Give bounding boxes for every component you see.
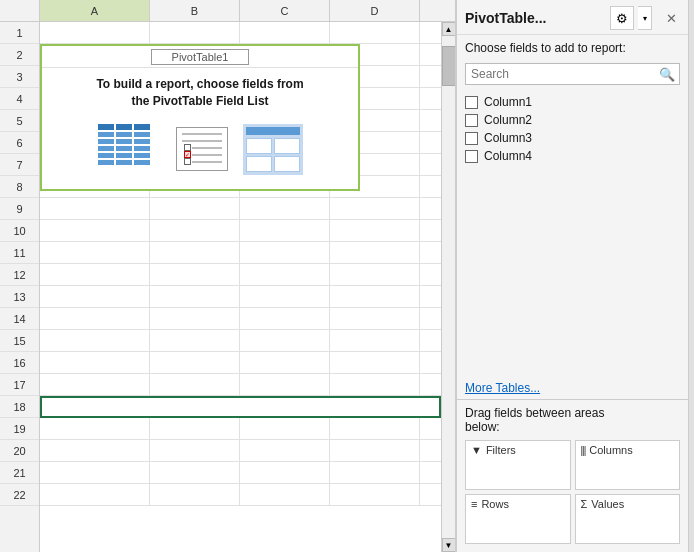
cell-c9[interactable] xyxy=(240,198,330,219)
cell-a14[interactable] xyxy=(40,308,150,329)
cell-c15[interactable] xyxy=(240,330,330,351)
field-checkbox-column2[interactable] xyxy=(465,114,478,127)
cell-a15[interactable] xyxy=(40,330,150,351)
cell-d20[interactable] xyxy=(330,440,420,461)
cell-a10[interactable] xyxy=(40,220,150,241)
cell-d22[interactable] xyxy=(330,484,420,505)
filters-area-header: ▼ Filters xyxy=(471,444,565,456)
cell-c11[interactable] xyxy=(240,242,330,263)
drag-fields-label: Drag fields between areasbelow: xyxy=(465,406,680,434)
field-checkbox-column3[interactable] xyxy=(465,132,478,145)
cell-a9[interactable] xyxy=(40,198,150,219)
cell-c16[interactable] xyxy=(240,352,330,373)
cell-a1[interactable] xyxy=(40,22,150,43)
values-area[interactable]: Σ Values xyxy=(575,494,681,544)
cell-c14[interactable] xyxy=(240,308,330,329)
cell-d15[interactable] xyxy=(330,330,420,351)
gear-button[interactable]: ⚙ xyxy=(610,6,634,30)
cell-a16[interactable] xyxy=(40,352,150,373)
grid-row-18 xyxy=(40,396,441,418)
cell-c13[interactable] xyxy=(240,286,330,307)
row-num-1: 1 xyxy=(0,22,39,44)
cell-d9[interactable] xyxy=(330,198,420,219)
cell-b10[interactable] xyxy=(150,220,240,241)
cell-d1[interactable] xyxy=(330,22,420,43)
row-num-14: 14 xyxy=(0,308,39,330)
scroll-down-button[interactable]: ▼ xyxy=(442,538,456,552)
cell-b22[interactable] xyxy=(150,484,240,505)
cell-c1[interactable] xyxy=(240,22,330,43)
cell-b15[interactable] xyxy=(150,330,240,351)
cell-c20[interactable] xyxy=(240,440,330,461)
cell-d21[interactable] xyxy=(330,462,420,483)
cell-d17[interactable] xyxy=(330,374,420,395)
cell-a18[interactable] xyxy=(42,398,152,416)
columns-area-header: ||| Columns xyxy=(581,444,675,456)
cell-a21[interactable] xyxy=(40,462,150,483)
search-input[interactable] xyxy=(466,64,655,84)
cell-d13[interactable] xyxy=(330,286,420,307)
gear-dropdown-button[interactable]: ▾ xyxy=(638,6,652,30)
grid-row-14 xyxy=(40,308,441,330)
fields-list: Column1 Column2 Column3 Column4 xyxy=(457,89,688,377)
close-button[interactable]: ✕ xyxy=(662,9,680,27)
cell-d18[interactable] xyxy=(332,398,422,416)
field-label-column4: Column4 xyxy=(484,149,532,163)
cell-a17[interactable] xyxy=(40,374,150,395)
cell-c17[interactable] xyxy=(240,374,330,395)
cell-a12[interactable] xyxy=(40,264,150,285)
cell-b19[interactable] xyxy=(150,418,240,439)
pivot-title-text: PivotTable1 xyxy=(172,51,229,63)
cell-d12[interactable] xyxy=(330,264,420,285)
cell-b17[interactable] xyxy=(150,374,240,395)
scroll-thumb[interactable] xyxy=(442,46,456,86)
cell-c19[interactable] xyxy=(240,418,330,439)
cell-c22[interactable] xyxy=(240,484,330,505)
columns-area[interactable]: ||| Columns xyxy=(575,440,681,490)
values-label: Values xyxy=(591,498,624,510)
cell-c12[interactable] xyxy=(240,264,330,285)
cell-b14[interactable] xyxy=(150,308,240,329)
cell-b13[interactable] xyxy=(150,286,240,307)
filters-area[interactable]: ▼ Filters xyxy=(465,440,571,490)
field-checkbox-column4[interactable] xyxy=(465,150,478,163)
cell-a20[interactable] xyxy=(40,440,150,461)
cell-b1[interactable] xyxy=(150,22,240,43)
pivot-table-overlay: PivotTable1 To build a report, choose fi… xyxy=(40,44,360,191)
cell-b11[interactable] xyxy=(150,242,240,263)
cell-d10[interactable] xyxy=(330,220,420,241)
cell-d11[interactable] xyxy=(330,242,420,263)
cell-a22[interactable] xyxy=(40,484,150,505)
more-tables-link[interactable]: More Tables... xyxy=(457,377,688,399)
cell-b16[interactable] xyxy=(150,352,240,373)
row-num-18: 18 xyxy=(0,396,39,418)
field-checkbox-column1[interactable] xyxy=(465,96,478,109)
chevron-down-icon: ▾ xyxy=(643,14,647,23)
rows-area[interactable]: ≡ Rows xyxy=(465,494,571,544)
grid-content[interactable]: PivotTable1 To build a report, choose fi… xyxy=(40,22,441,552)
search-box[interactable]: 🔍 xyxy=(465,63,680,85)
panel-header: PivotTable... ⚙ ▾ ✕ xyxy=(457,0,688,35)
cell-b20[interactable] xyxy=(150,440,240,461)
cell-b9[interactable] xyxy=(150,198,240,219)
cell-d19[interactable] xyxy=(330,418,420,439)
cell-d14[interactable] xyxy=(330,308,420,329)
row-num-7: 7 xyxy=(0,154,39,176)
scroll-track[interactable] xyxy=(442,36,456,538)
field-label-column2: Column2 xyxy=(484,113,532,127)
cell-a19[interactable] xyxy=(40,418,150,439)
grid-row-21 xyxy=(40,462,441,484)
cell-b12[interactable] xyxy=(150,264,240,285)
cell-d16[interactable] xyxy=(330,352,420,373)
cell-c21[interactable] xyxy=(240,462,330,483)
row-numbers: 1 2 3 4 5 6 7 8 9 10 11 12 13 14 15 16 1… xyxy=(0,22,40,552)
cell-a11[interactable] xyxy=(40,242,150,263)
row-num-16: 16 xyxy=(0,352,39,374)
cell-c10[interactable] xyxy=(240,220,330,241)
cell-c18[interactable] xyxy=(242,398,332,416)
scroll-up-button[interactable]: ▲ xyxy=(442,22,456,36)
vertical-scrollbar[interactable]: ▲ ▼ xyxy=(441,22,455,552)
cell-a13[interactable] xyxy=(40,286,150,307)
cell-b18[interactable] xyxy=(152,398,242,416)
cell-b21[interactable] xyxy=(150,462,240,483)
